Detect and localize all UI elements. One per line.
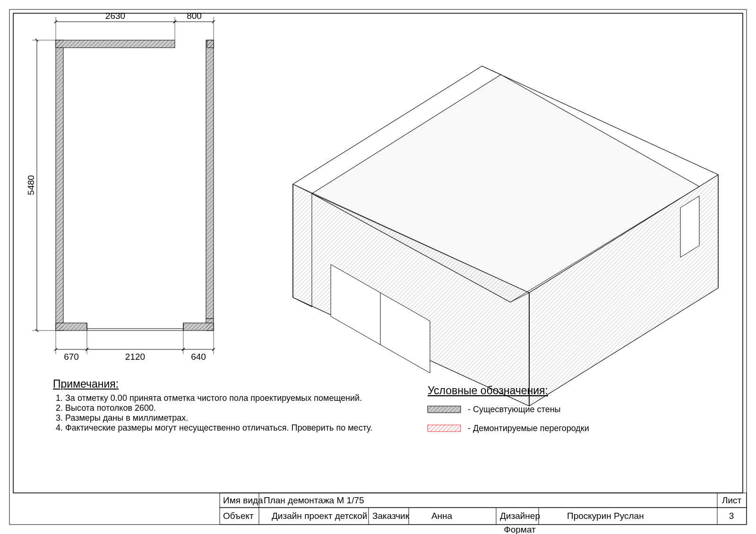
tb-object-name: Дизайн проект детской bbox=[272, 511, 367, 521]
tb-sheet-label: Лист bbox=[722, 495, 742, 505]
svg-rect-17 bbox=[56, 40, 175, 48]
tb-view-label: Имя вида bbox=[223, 495, 263, 505]
tb-designer-label: Дизайнер bbox=[500, 511, 540, 521]
note-4: Фактические размеры могут несущественно … bbox=[65, 423, 384, 433]
tb-sheet-num: 3 bbox=[729, 511, 734, 521]
note-3: Размеры даны в миллиметрах. bbox=[65, 413, 384, 423]
svg-rect-14 bbox=[56, 40, 63, 331]
title-block: Имя вида План демонтажа М 1/75 Лист Объе… bbox=[220, 493, 747, 534]
dim-top-right: 800 bbox=[187, 11, 202, 21]
tb-client-label: Заказчик bbox=[372, 511, 410, 521]
note-1: За отметку 0.00 принята отметка чистого … bbox=[65, 393, 384, 403]
notes-block: Примечания: За отметку 0.00 принята отме… bbox=[53, 378, 384, 433]
tb-client-name: Анна bbox=[431, 511, 453, 521]
tb-designer-name: Проскурин Руслан bbox=[567, 511, 644, 521]
notes-list: За отметку 0.00 принята отметка чистого … bbox=[53, 393, 384, 433]
dim-bottom-mid: 2120 bbox=[125, 352, 145, 362]
legend-demolish: - Демонтируемые перегородки bbox=[468, 424, 589, 433]
dim-bottom-left: 670 bbox=[64, 352, 79, 362]
svg-rect-19 bbox=[56, 323, 87, 331]
legend: Условные обозначения: - Сущесвтующие сте… bbox=[428, 384, 589, 433]
notes-title: Примечания: bbox=[53, 378, 384, 390]
svg-rect-20 bbox=[183, 323, 214, 331]
legend-existing: - Сущесвтующие стены bbox=[468, 405, 561, 414]
dim-top-left: 2630 bbox=[105, 11, 125, 21]
isometric-view bbox=[293, 66, 718, 406]
tb-view-name: План демонтажа М 1/75 bbox=[264, 495, 364, 505]
tb-format: Формат bbox=[504, 525, 536, 534]
sheet-svg: 2630 800 5480 670 2120 640 bbox=[0, 0, 756, 534]
dim-bottom-right: 640 bbox=[191, 352, 206, 362]
floor-plan: 2630 800 5480 670 2120 640 bbox=[26, 11, 214, 362]
svg-rect-18 bbox=[207, 40, 214, 48]
legend-title: Условные обозначения: bbox=[428, 384, 548, 397]
svg-rect-15 bbox=[206, 40, 214, 319]
svg-rect-56 bbox=[428, 425, 461, 432]
svg-rect-54 bbox=[428, 406, 461, 413]
tb-object-label: Объект bbox=[223, 511, 254, 521]
drawing-sheet: 2630 800 5480 670 2120 640 bbox=[0, 0, 756, 534]
dim-left: 5480 bbox=[26, 175, 36, 195]
note-2: Высота потолков 2600. bbox=[65, 403, 384, 413]
